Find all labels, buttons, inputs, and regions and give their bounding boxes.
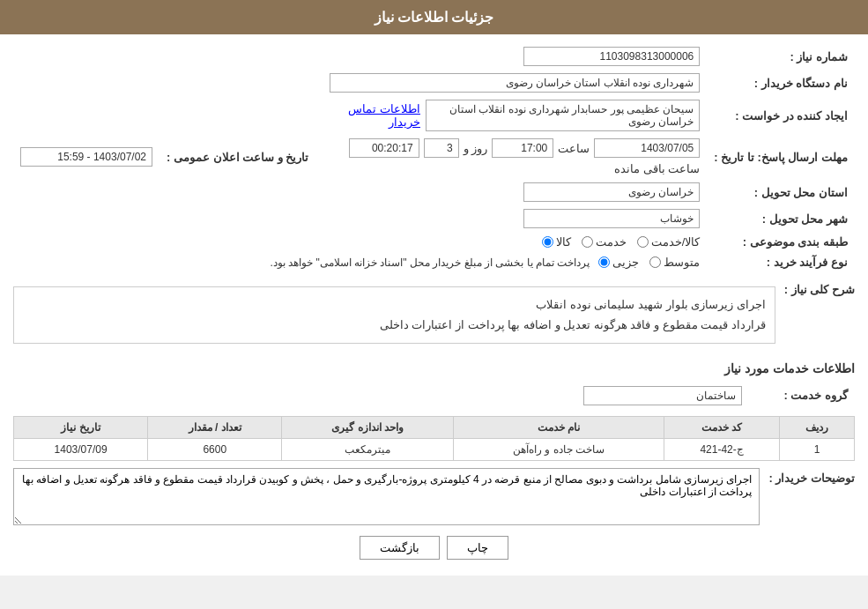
cell-code: ج-42-421 [664,438,780,460]
dastgah-row: نام دستگاه خریدار : شهرداری نوده انقلاب … [13,70,855,96]
process-row: نوع فرآیند خرید : متوسط جزیی [13,252,855,272]
radio-kala-item: کالا [542,235,571,249]
creator-value: سیحان عظیمی پور حسابدار شهرداری نوده انق… [315,96,707,135]
buyer-notes-label: توضیحات خریدار : [768,468,855,485]
niaz-number-value: 1103098313000006 [315,43,707,70]
description-line1: اجرای زیرسازی بلوار شهید سلیمانی نوده ان… [23,294,766,315]
process-note: پرداخت تمام یا بخشی از مبلغ خریدار محل "… [270,256,590,269]
page-header: جزئیات اطلاعات نیاز [0,0,868,34]
info-table: شماره نیاز : 1103098313000006 نام دستگاه… [13,43,855,272]
radio-jozyi[interactable] [598,256,610,268]
col-unit: واحد اندازه گیری [282,416,454,438]
niaz-number-label: شماره نیاز : [707,43,855,70]
col-code: کد خدمت [664,416,780,438]
cell-count: 6600 [148,438,282,460]
services-table-body: 1ج-42-421ساخت جاده و راه‌آهنمیترمکعب6600… [14,438,855,460]
city-label: شهر محل تحویل : [707,205,855,232]
niaz-number-input: 1103098313000006 [523,47,700,66]
button-row: بازگشت چاپ [13,536,855,560]
public-announce-label: تاریخ و ساعت اعلان عمومی : [160,135,315,179]
cell-name: ساخت جاده و راه‌آهن [454,438,664,460]
public-announce-value: 1403/07/02 - 15:59 [13,135,160,179]
days-input: 3 [424,138,459,158]
category-row: طبقه بندی موضوعی : کالا/خدمت خدمت [13,232,855,252]
city-row: شهر محل تحویل : خوشاب [13,205,855,232]
description-line2: قرارداد قیمت مقطوع و فاقد هرگونه تعدیل و… [23,315,766,335]
services-section-title: اطلاعات خدمات مورد نیاز [13,361,855,375]
contact-link[interactable]: اطلاعات تماس خریدار [323,102,420,129]
creator-input: سیحان عظیمی پور حسابدار شهرداری نوده انق… [426,100,700,131]
niaz-number-row: شماره نیاز : 1103098313000006 [13,43,855,70]
cell-radif: 1 [780,438,855,460]
days-label: روز و [464,142,488,155]
group-label: گروه خدمت : [749,382,855,409]
col-date: تاریخ نیاز [14,416,148,438]
description-box: اجرای زیرسازی بلوار شهید سلیمانی نوده ان… [13,286,775,344]
cell-unit: میترمکعب [282,438,454,460]
group-table: گروه خدمت : ساختمان [13,382,855,409]
dastgah-label: نام دستگاه خریدار : [707,70,855,96]
radio-khedmat-label: خدمت [596,235,627,249]
radio-kala-khedmat-label: کالا/خدمت [651,235,701,249]
buyer-notes-textarea[interactable] [13,468,760,525]
creator-label: ایجاد کننده در خواست : [707,96,855,135]
radio-kala-khedmat-item: کالا/خدمت [637,235,701,249]
radio-khedmat[interactable] [582,236,593,248]
services-table-header-row: ردیف کد خدمت نام خدمت واحد اندازه گیری ت… [14,416,855,438]
date-label: مهلت ارسال پاسخ: تا تاریخ : [707,135,855,179]
creator-row: ایجاد کننده در خواست : سیحان عظیمی پور ح… [13,96,855,135]
process-label: نوع فرآیند خرید : [707,252,855,272]
date-row: مهلت ارسال پاسخ: تا تاریخ : 1403/07/05 س… [13,135,855,179]
radio-mottaset[interactable] [649,256,661,268]
radio-kala[interactable] [542,236,553,248]
dastgah-value: شهرداری نوده انقلاب استان خراسان رضوی [315,70,707,96]
services-table-header: ردیف کد خدمت نام خدمت واحد اندازه گیری ت… [14,416,855,438]
date-value: 1403/07/05 ساعت 17:00 روز و 3 00:20:17 س… [315,135,707,179]
city-input: خوشاب [523,209,700,228]
time-input: 17:00 [492,138,553,158]
radio-mottaset-label: متوسط [664,256,700,269]
countdown-input: 00:20:17 [349,138,419,158]
radio-mottaset-item: متوسط [649,256,700,269]
process-value: متوسط جزیی پرداخت تمام یا بخشی از مبلغ خ… [13,252,707,272]
radio-khedmat-item: خدمت [582,235,627,249]
radio-kala-khedmat[interactable] [637,236,649,248]
province-input: خراسان رضوی [523,182,700,202]
province-row: استان محل تحویل : خراسان رضوی [13,179,855,205]
services-table: ردیف کد خدمت نام خدمت واحد اندازه گیری ت… [13,416,855,461]
province-value: خراسان رضوی [315,179,707,205]
group-input: ساختمان [583,386,742,405]
countdown-suffix: ساعت باقی مانده [614,162,700,175]
page-wrapper: جزئیات اطلاعات نیاز شماره نیاز : 1103098… [0,0,868,576]
group-value: ساختمان [13,382,749,409]
cell-date: 1403/07/09 [14,438,148,460]
radio-jozyi-item: جزیی [598,256,639,269]
buyer-notes-section: توضیحات خریدار : [13,468,855,525]
col-count: تعداد / مقدار [148,416,282,438]
description-label: شرح کلی نیاز : [784,279,855,296]
city-value: خوشاب [315,205,707,232]
main-content: شماره نیاز : 1103098313000006 نام دستگاه… [0,34,868,576]
radio-jozyi-label: جزیی [612,256,639,269]
back-button[interactable]: بازگشت [360,536,440,560]
page-title: جزئیات اطلاعات نیاز [375,10,494,25]
dastgah-input: شهرداری نوده انقلاب استان خراسان رضوی [330,73,700,93]
category-label: طبقه بندی موضوعی : [707,232,855,252]
date-input: 1403/07/05 [594,138,700,158]
time-label: ساعت [558,142,590,155]
radio-kala-label: کالا [556,235,571,249]
category-value: کالا/خدمت خدمت کالا [315,232,707,252]
col-radif: ردیف [780,416,855,438]
public-announce-input: 1403/07/02 - 15:59 [20,147,152,167]
print-button[interactable]: چاپ [447,536,508,560]
col-name: نام خدمت [454,416,664,438]
province-label: استان محل تحویل : [707,179,855,205]
description-section: شرح کلی نیاز : اجرای زیرسازی بلوار شهید … [13,279,855,351]
table-row: 1ج-42-421ساخت جاده و راه‌آهنمیترمکعب6600… [14,438,855,460]
group-row: گروه خدمت : ساختمان [13,382,855,409]
